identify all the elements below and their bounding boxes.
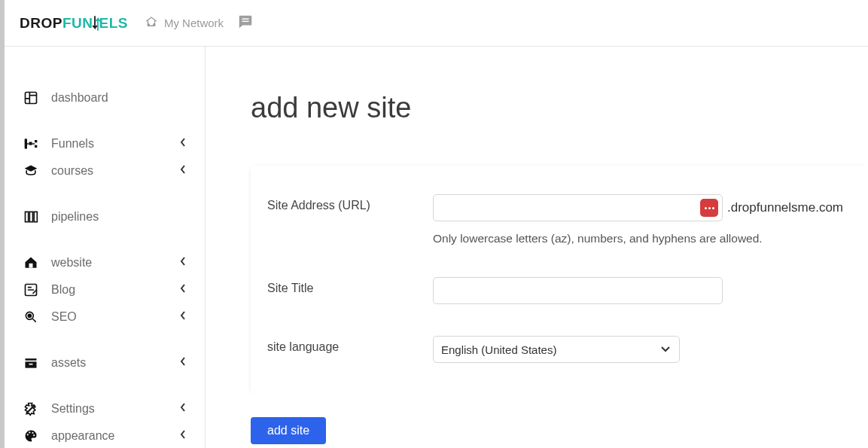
dashboard-icon bbox=[23, 90, 39, 106]
password-manager-icon[interactable] bbox=[700, 199, 718, 217]
funnels-icon bbox=[23, 136, 39, 152]
svg-rect-18 bbox=[29, 364, 33, 365]
chevron-left-icon bbox=[179, 137, 187, 151]
site-language-select[interactable]: English (United States) bbox=[433, 336, 680, 363]
sidebar-item-blog[interactable]: Blog bbox=[5, 276, 205, 303]
sidebar-item-label: Funnels bbox=[51, 137, 167, 151]
sidebar-item-label: assets bbox=[51, 356, 167, 370]
sidebar-item-courses[interactable]: courses bbox=[5, 157, 205, 184]
logo-part-drop: DROP bbox=[20, 15, 62, 32]
chevron-left-icon bbox=[179, 256, 187, 270]
svg-rect-12 bbox=[29, 264, 33, 268]
chevron-left-icon bbox=[179, 310, 187, 324]
appearance-icon bbox=[23, 428, 39, 444]
site-title-label: Site Title bbox=[267, 277, 433, 295]
chevron-left-icon bbox=[179, 283, 187, 297]
logo-part-els: ELS bbox=[99, 15, 127, 32]
svg-rect-16 bbox=[26, 358, 37, 361]
svg-rect-10 bbox=[29, 212, 32, 221]
chat-icon[interactable] bbox=[237, 14, 254, 33]
sidebar-item-pipelines[interactable]: pipelines bbox=[5, 203, 205, 230]
site-language-label: site language bbox=[267, 336, 433, 354]
sidebar-item-seo[interactable]: SEO bbox=[5, 303, 205, 331]
svg-rect-6 bbox=[29, 142, 32, 145]
svg-rect-5 bbox=[25, 139, 27, 148]
svg-rect-7 bbox=[35, 140, 37, 142]
svg-point-1 bbox=[148, 23, 150, 26]
assets-icon bbox=[23, 355, 39, 371]
sidebar-item-website[interactable]: website bbox=[5, 249, 205, 276]
form-row-site-title: Site Title bbox=[267, 277, 851, 304]
form-row-site-language: site language English (United States) bbox=[267, 336, 851, 363]
chevron-left-icon bbox=[179, 164, 187, 178]
svg-point-22 bbox=[33, 434, 35, 436]
sidebar-item-label: dashboard bbox=[51, 91, 187, 105]
blog-icon bbox=[23, 282, 39, 298]
form-card: Site Address (URL) .dropfunnelsme.com On… bbox=[251, 166, 868, 395]
courses-icon bbox=[23, 163, 39, 179]
sidebar-item-appearance[interactable]: appearance bbox=[5, 422, 205, 448]
network-icon bbox=[145, 15, 158, 31]
svg-rect-8 bbox=[35, 145, 37, 148]
chevron-left-icon bbox=[179, 356, 187, 370]
my-network-link[interactable]: My Network bbox=[145, 15, 224, 31]
site-title-input[interactable] bbox=[433, 277, 723, 304]
site-address-label: Site Address (URL) bbox=[267, 194, 433, 212]
header: DROP FUN ELS My Network bbox=[5, 0, 868, 47]
logo-part-fun: FUN bbox=[62, 15, 93, 32]
seo-icon bbox=[23, 309, 39, 325]
sidebar-item-dashboard[interactable]: dashboard bbox=[5, 84, 205, 111]
website-icon bbox=[23, 254, 39, 271]
my-network-label: My Network bbox=[164, 17, 224, 29]
svg-rect-2 bbox=[242, 18, 249, 19]
sidebar-item-label: pipelines bbox=[51, 210, 187, 224]
svg-point-20 bbox=[29, 431, 30, 433]
sidebar-item-label: website bbox=[51, 256, 167, 270]
settings-icon bbox=[23, 401, 39, 417]
chevron-left-icon bbox=[179, 402, 187, 416]
sidebar-item-label: Blog bbox=[51, 283, 167, 297]
pipelines-icon bbox=[23, 209, 39, 225]
sidebar-item-funnels[interactable]: Funnels bbox=[5, 130, 205, 157]
svg-point-15 bbox=[28, 314, 31, 317]
logo[interactable]: DROP FUN ELS bbox=[20, 14, 128, 32]
svg-rect-3 bbox=[242, 20, 249, 21]
sidebar-item-label: appearance bbox=[51, 429, 167, 443]
sidebar-item-assets[interactable]: assets bbox=[5, 349, 205, 376]
sidebar: dashboard Funnels bbox=[5, 47, 206, 448]
page-title: add new site bbox=[251, 92, 868, 124]
add-site-button[interactable]: add site bbox=[251, 417, 326, 444]
logo-arrows-icon bbox=[93, 14, 99, 32]
svg-point-19 bbox=[27, 434, 29, 435]
svg-rect-11 bbox=[34, 212, 37, 221]
domain-suffix: .dropfunnelsme.com bbox=[727, 200, 843, 215]
svg-point-21 bbox=[32, 432, 33, 434]
main-content: add new site Site Address (URL) .dropfun… bbox=[206, 47, 868, 448]
sidebar-item-label: SEO bbox=[51, 310, 167, 324]
svg-rect-9 bbox=[26, 212, 29, 221]
form-row-site-address: Site Address (URL) .dropfunnelsme.com On… bbox=[267, 194, 851, 245]
sidebar-item-settings[interactable]: Settings bbox=[5, 395, 205, 422]
site-address-input[interactable] bbox=[433, 194, 723, 221]
site-address-hint: Only lowercase letters (az), numbers, an… bbox=[433, 232, 851, 245]
chevron-left-icon bbox=[179, 429, 187, 443]
sidebar-item-label: Settings bbox=[51, 402, 167, 416]
svg-point-0 bbox=[153, 23, 155, 26]
sidebar-item-label: courses bbox=[51, 164, 167, 178]
